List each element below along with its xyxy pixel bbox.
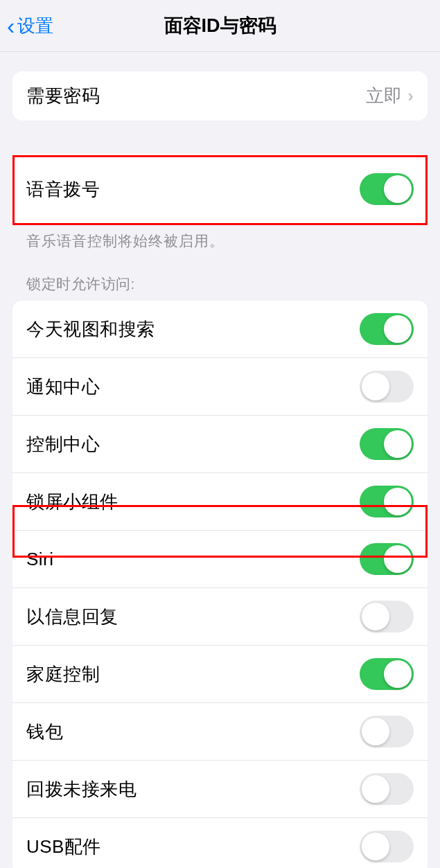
lock-access-toggle[interactable] [360,831,414,862]
back-label: 设置 [17,14,53,38]
toggle-knob [362,603,389,630]
lock-access-header: 锁定时允许访问: [12,274,428,301]
lock-access-item-label: 以信息回复 [26,605,118,629]
lock-access-item: 控制中心 [12,416,428,473]
toggle-knob [384,660,412,688]
lock-access-toggle[interactable] [360,486,414,517]
lock-access-toggle[interactable] [360,313,414,345]
lock-access-item: Siri [12,531,428,588]
lock-access-item: 锁屏小组件 [12,473,428,531]
toggle-knob [384,488,412,515]
voice-dial-cell: 语音拨号 [12,154,428,224]
chevron-left-icon: ‹ [7,14,15,37]
voice-dial-toggle[interactable] [360,173,414,205]
lock-access-item-label: USB配件 [26,835,101,859]
lock-access-toggle[interactable] [360,543,414,575]
toggle-knob [384,430,412,458]
lock-access-item: USB配件 [12,818,428,868]
toggle-knob [362,833,389,860]
require-passcode-value: 立即 [366,84,402,108]
toggle-knob [384,315,412,343]
lock-access-item-label: 家庭控制 [26,662,100,687]
lock-access-toggle[interactable] [360,428,414,460]
lock-access-item-label: 钱包 [26,720,63,744]
lock-access-item: 回拨未接来电 [12,761,428,818]
toggle-knob [362,775,389,803]
lock-access-item-label: 今天视图和搜索 [26,317,155,342]
toggle-knob [362,718,389,745]
chevron-right-icon: › [407,85,414,107]
lock-access-item: 钱包 [12,703,428,761]
lock-access-item-label: 锁屏小组件 [26,490,118,514]
header: ‹ 设置 面容ID与密码 [0,0,440,52]
toggle-knob [384,545,412,573]
toggle-knob [362,373,389,400]
toggle-knob [384,175,412,203]
lock-access-toggle[interactable] [360,773,414,805]
lock-access-list: 今天视图和搜索通知中心控制中心锁屏小组件Siri以信息回复家庭控制钱包回拨未接来… [12,301,428,868]
lock-access-toggle[interactable] [360,716,414,747]
lock-access-item-label: 控制中心 [26,432,100,457]
lock-access-toggle[interactable] [360,371,414,402]
lock-access-item: 今天视图和搜索 [12,301,428,358]
lock-access-item: 以信息回复 [12,588,428,646]
back-button[interactable]: ‹ 设置 [7,14,53,38]
lock-access-item-label: 通知中心 [26,375,100,399]
lock-access-toggle[interactable] [360,601,414,632]
lock-access-item: 通知中心 [12,358,428,416]
lock-access-toggle[interactable] [360,658,414,690]
lock-access-item: 家庭控制 [12,646,428,703]
require-passcode-label: 需要密码 [26,84,100,108]
page-title: 面容ID与密码 [164,13,276,38]
require-passcode-cell[interactable]: 需要密码 立即 › [12,71,428,121]
voice-dial-label: 语音拨号 [26,177,100,202]
lock-access-item-label: Siri [26,549,54,570]
lock-access-item-label: 回拨未接来电 [26,777,137,801]
voice-dial-footer: 音乐语音控制将始终被启用。 [12,224,428,251]
